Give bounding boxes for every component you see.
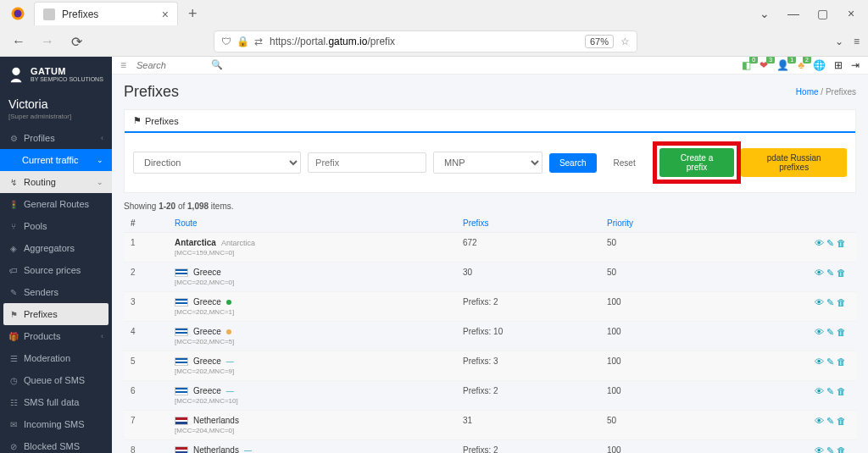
tab-title: Prefixes [62, 8, 155, 20]
col-index[interactable]: # [124, 218, 175, 228]
mnp-select[interactable]: MNP [433, 152, 542, 174]
view-icon[interactable]: 👁 [815, 356, 824, 367]
sidebar-item-current-traffic[interactable]: Current traffic⌄ [0, 149, 112, 171]
edit-icon[interactable]: ✎ [826, 297, 834, 308]
edit-icon[interactable]: ✎ [826, 327, 834, 338]
sidebar-item-blocked[interactable]: ⊘Blocked SMS [0, 435, 112, 453]
grid-icon[interactable]: ⊞ [834, 59, 843, 71]
edit-icon[interactable]: ✎ [826, 268, 834, 279]
sidebar-item-profiles[interactable]: ⚙Profiles‹ [0, 127, 112, 149]
hamburger-menu-icon[interactable]: ≡ [854, 36, 860, 47]
edit-icon[interactable]: ✎ [826, 386, 834, 397]
delete-icon[interactable]: 🗑 [837, 445, 846, 453]
new-tab-button[interactable]: + [181, 5, 204, 23]
col-route[interactable]: Route [175, 218, 463, 228]
create-prefix-button[interactable]: Create a prefix [659, 148, 735, 177]
sidebar-item-sms-full[interactable]: ☷SMS full data [0, 391, 112, 413]
dash-icon: — [244, 446, 252, 454]
direction-select[interactable]: Direction [133, 152, 301, 174]
update-russian-button[interactable]: pdate Russian prefixes [741, 148, 847, 177]
mcc-text: [MCC=204,MNC=0] [175, 427, 463, 434]
delete-icon[interactable]: 🗑 [837, 386, 846, 397]
edit-icon[interactable]: ✎ [826, 445, 834, 453]
reload-button[interactable]: ⟳ [66, 31, 86, 52]
sidebar-item-moderation[interactable]: ☰Moderation [0, 347, 112, 369]
country-flag-icon [175, 357, 188, 366]
send-icon: ✎ [8, 288, 19, 297]
status-badge-1[interactable]: ◧0 [742, 59, 751, 71]
maximize-icon[interactable]: ▢ [810, 2, 834, 25]
col-priority[interactable]: Priority [607, 218, 726, 228]
cell-prefixs: Prefixs: 10 [463, 327, 607, 336]
traffic-icon: 🚦 [8, 200, 19, 209]
pocket-icon[interactable]: ⌄ [835, 36, 843, 47]
flag-icon[interactable]: 🌐 [813, 59, 826, 71]
cell-route: Greece— [MCC=202,MNC=9] [175, 356, 463, 375]
cell-actions: 👁 ✎ 🗑 [726, 445, 856, 453]
sidebar-item-source-prices[interactable]: 🏷Source prices [0, 259, 112, 281]
delete-icon[interactable]: 🗑 [837, 327, 846, 338]
search-button[interactable]: Search [549, 153, 597, 173]
sidebar-item-queue[interactable]: ◷Queue of SMS [0, 369, 112, 391]
block-icon: ⊘ [8, 442, 19, 451]
tab-close-icon[interactable]: × [162, 8, 169, 21]
table-row: 1 AntarcticaAntarctica [MCC=159,MNC=0] 6… [124, 233, 856, 262]
edit-icon[interactable]: ✎ [826, 356, 834, 367]
view-icon[interactable]: 👁 [815, 386, 824, 397]
zoom-badge[interactable]: 67% [585, 35, 614, 48]
delete-icon[interactable]: 🗑 [837, 238, 846, 249]
breadcrumb-home[interactable]: Home [796, 87, 819, 97]
prefix-input[interactable] [308, 152, 426, 173]
route-name: Greece [193, 386, 221, 395]
sidebar-item-routing[interactable]: ↯Routing⌄ [0, 171, 112, 193]
star-icon[interactable]: ☆ [620, 36, 630, 47]
reset-button[interactable]: Reset [604, 153, 646, 173]
mcc-text: [MCC=159,MNC=0] [175, 249, 463, 257]
view-icon[interactable]: 👁 [815, 238, 824, 249]
grid-header: # Route Prefixs Priority [124, 214, 856, 233]
tag-icon: 🏷 [8, 266, 19, 275]
sidebar-item-prefixes[interactable]: ⚑Prefixes [3, 303, 108, 325]
sidebar-item-general-routes[interactable]: 🚦General Routes [0, 193, 112, 215]
view-icon[interactable]: 👁 [815, 297, 824, 308]
sidebar-item-incoming[interactable]: ✉Incoming SMS [0, 413, 112, 435]
mcc-text: [MCC=202,MNC=5] [175, 338, 463, 345]
edit-icon[interactable]: ✎ [826, 416, 834, 427]
delete-icon[interactable]: 🗑 [837, 297, 846, 308]
back-button[interactable]: ← [8, 31, 29, 52]
delete-icon[interactable]: 🗑 [837, 416, 846, 427]
permissions-icon: ⇄ [254, 36, 263, 47]
address-bar[interactable]: 🛡 🔒 ⇄ https://portal.gatum.io/prefix 67%… [214, 30, 637, 52]
menu-toggle-icon[interactable]: ≡ [120, 59, 126, 71]
sidebar-item-products[interactable]: 🎁Products‹ [0, 325, 112, 347]
minimize-icon[interactable]: — [782, 2, 805, 25]
delete-icon[interactable]: 🗑 [837, 356, 846, 367]
sidebar-item-senders[interactable]: ✎Senders [0, 281, 112, 303]
view-icon[interactable]: 👁 [815, 268, 824, 279]
cell-priority: 100 [607, 356, 726, 366]
view-icon[interactable]: 👁 [815, 445, 824, 453]
view-icon[interactable]: 👁 [815, 416, 824, 427]
layers-icon: ☰ [8, 354, 19, 363]
firefox-icon [10, 6, 25, 21]
browser-tab[interactable]: Prefixes × [34, 2, 178, 25]
main-content: ≡ 🔍 ◧0 ❤3 👤1 ♣2 🌐 ⊞ ⇥ Prefixes Home / Pr… [112, 57, 868, 453]
delete-icon[interactable]: 🗑 [837, 268, 846, 279]
status-badge-2[interactable]: ❤3 [760, 59, 768, 71]
status-badge-4[interactable]: ♣2 [798, 59, 804, 71]
mcc-text: [MCC=202,MNC=9] [175, 367, 463, 375]
forward-button[interactable]: → [37, 31, 58, 52]
edit-icon[interactable]: ✎ [826, 238, 834, 249]
logout-icon[interactable]: ⇥ [851, 59, 860, 71]
chevron-down-icon[interactable]: ⌄ [753, 2, 776, 25]
close-window-icon[interactable]: × [839, 2, 863, 25]
status-badge-3[interactable]: 👤1 [776, 59, 789, 71]
search-icon[interactable]: 🔍 [211, 59, 223, 70]
filters: Direction MNP Search Reset Create a pref… [125, 133, 855, 192]
table-row: 5 Greece— [MCC=202,MNC=9] Prefixs: 3 100… [124, 351, 856, 381]
col-prefixs[interactable]: Prefixs [463, 218, 607, 228]
sidebar-item-pools[interactable]: ⑂Pools [0, 215, 112, 237]
dash-icon: — [226, 387, 234, 395]
view-icon[interactable]: 👁 [815, 327, 824, 338]
sidebar-item-aggregators[interactable]: ◈Aggregators [0, 237, 112, 259]
